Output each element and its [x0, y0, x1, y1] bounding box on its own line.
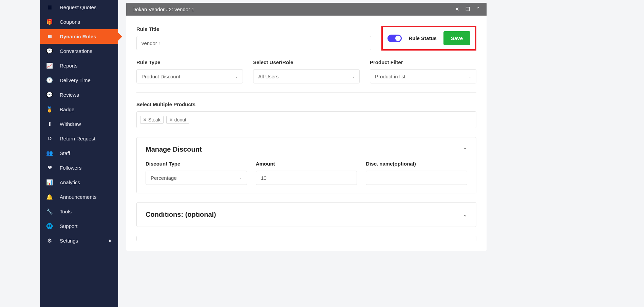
- product-filter-label: Product Filter: [370, 59, 476, 65]
- sidebar-item-label: Conversations: [60, 48, 92, 54]
- user-role-label: Select User/Role: [253, 59, 360, 65]
- list-icon: ≣: [46, 4, 53, 11]
- copy-icon[interactable]: ❐: [466, 6, 470, 12]
- discount-type-select[interactable]: Percentage ⌄: [146, 171, 247, 185]
- rule-type-select[interactable]: Product Discount ⌄: [136, 69, 243, 83]
- discount-name-input[interactable]: [366, 171, 467, 185]
- users-icon: 👥: [46, 150, 53, 156]
- rule-type-label: Rule Type: [136, 59, 243, 65]
- section-title: Conditions: (optional): [146, 211, 216, 218]
- sidebar-item-label: Badge: [60, 107, 74, 112]
- sidebar-item-label: Reports: [60, 63, 78, 69]
- user-role-select[interactable]: All Users ⌄: [253, 69, 360, 83]
- heart-icon: ❤: [46, 165, 53, 171]
- toggle-knob: [395, 36, 401, 41]
- globe-icon: 🌐: [46, 223, 53, 229]
- rule-title-input[interactable]: [136, 36, 371, 50]
- sidebar-item-conversations[interactable]: 💬 Conversations: [40, 44, 118, 58]
- chevron-up-icon[interactable]: ⌃: [476, 6, 480, 12]
- manage-discount-header[interactable]: Manage Discount ⌃: [146, 146, 467, 153]
- product-filter-select[interactable]: Product in list ⌄: [370, 69, 476, 83]
- sidebar-item-label: Analytics: [60, 179, 80, 185]
- sidebar-item-reports[interactable]: 📈 Reports: [40, 58, 118, 73]
- remove-tag-icon[interactable]: ✕: [143, 117, 147, 122]
- sidebar-item-label: Request Quotes: [60, 4, 96, 10]
- sidebar-item-reviews[interactable]: 💬 Reviews: [40, 88, 118, 102]
- discount-type-label: Discount Type: [146, 161, 247, 167]
- gift-icon: 🎁: [46, 19, 53, 25]
- manage-discount-section: Manage Discount ⌃ Discount Type Percenta…: [136, 137, 476, 193]
- products-label: Select Multiple Products: [136, 101, 476, 107]
- sidebar-item-withdraw[interactable]: ⬆ Withdraw: [40, 117, 118, 131]
- close-icon[interactable]: ✕: [455, 6, 459, 12]
- clock-icon: 🕐: [46, 77, 53, 83]
- chevron-down-icon: ⌄: [239, 176, 242, 180]
- sidebar-item-label: Tools: [60, 209, 72, 214]
- sidebar-item-dynamic-rules[interactable]: ≋ Dynamic Rules: [40, 29, 118, 44]
- undo-icon: ↺: [46, 135, 53, 142]
- chevron-up-icon: ⌃: [463, 147, 467, 152]
- sidebar-item-announcements[interactable]: 🔔 Announcements: [40, 190, 118, 204]
- conditions-section: Conditions: (optional) ⌄: [136, 202, 476, 227]
- remove-tag-icon[interactable]: ✕: [169, 117, 173, 122]
- sidebar-item-label: Delivery Time: [60, 77, 91, 83]
- next-section-peek: [136, 236, 476, 241]
- separator: [136, 92, 476, 93]
- chat-icon: 💬: [46, 48, 53, 54]
- panel-title: Dokan Vendor #2: vendor 1: [132, 6, 194, 12]
- rule-status-toggle[interactable]: [387, 35, 402, 42]
- sidebar-item-label: Support: [60, 223, 78, 229]
- chevron-down-icon: ⌄: [463, 212, 467, 217]
- sidebar-item-label: Followers: [60, 165, 81, 171]
- sidebar-item-return-request[interactable]: ↺ Return Request: [40, 131, 118, 146]
- section-title: Manage Discount: [146, 146, 202, 153]
- sidebar-item-analytics[interactable]: 📊 Analytics: [40, 175, 118, 190]
- rule-status-label: Rule Status: [409, 35, 437, 41]
- conditions-header[interactable]: Conditions: (optional) ⌄: [146, 211, 467, 218]
- product-filter-value: Product in list: [375, 74, 405, 79]
- layers-icon: ≋: [46, 33, 53, 40]
- main-content: Dokan Vendor #2: vendor 1 ✕ ❐ ⌃ Rule Tit…: [118, 0, 495, 307]
- status-save-highlight: Rule Status Save: [381, 26, 476, 51]
- sidebar-item-support[interactable]: 🌐 Support: [40, 219, 118, 233]
- sidebar-item-delivery-time[interactable]: 🕐 Delivery Time: [40, 73, 118, 88]
- rule-type-value: Product Discount: [141, 74, 180, 79]
- area-chart-icon: 📊: [46, 179, 53, 186]
- chevron-right-icon: ▶: [109, 239, 112, 243]
- sidebar-item-label: Return Request: [60, 136, 95, 141]
- sidebar-item-label: Withdraw: [60, 121, 81, 127]
- sidebar-item-request-quotes[interactable]: ≣ Request Quotes: [40, 0, 118, 15]
- sidebar-item-label: Reviews: [60, 92, 79, 98]
- chevron-down-icon: ⌄: [235, 75, 238, 78]
- chart-icon: 📈: [46, 62, 53, 69]
- wrench-icon: 🔧: [46, 208, 53, 215]
- sidebar-item-label: Dynamic Rules: [60, 34, 96, 39]
- upload-icon: ⬆: [46, 121, 53, 127]
- chevron-down-icon: ⌄: [352, 75, 355, 78]
- product-tag: ✕ donut: [166, 116, 189, 124]
- discount-type-value: Percentage: [151, 175, 177, 181]
- discount-name-label: Disc. name(optional): [366, 161, 467, 167]
- product-tag: ✕ Steak: [140, 116, 164, 124]
- rule-title-label: Rule Title: [136, 26, 371, 32]
- product-tag-label: Steak: [148, 117, 160, 122]
- sidebar-item-tools[interactable]: 🔧 Tools: [40, 204, 118, 219]
- products-multiselect[interactable]: ✕ Steak ✕ donut: [136, 111, 476, 128]
- bell-icon: 🔔: [46, 194, 53, 200]
- amount-input[interactable]: [256, 171, 357, 185]
- user-role-value: All Users: [258, 74, 279, 79]
- sidebar-item-badge[interactable]: 🏅 Badge: [40, 102, 118, 117]
- badge-icon: 🏅: [46, 106, 53, 113]
- sidebar-item-coupons[interactable]: 🎁 Coupons: [40, 15, 118, 29]
- gear-icon: ⚙: [46, 237, 53, 244]
- sidebar-item-settings[interactable]: ⚙ Settings ▶: [40, 233, 118, 248]
- sidebar-item-staff[interactable]: 👥 Staff: [40, 146, 118, 160]
- panel-header: Dokan Vendor #2: vendor 1 ✕ ❐ ⌃: [126, 3, 487, 16]
- amount-label: Amount: [256, 161, 357, 167]
- sidebar-item-label: Coupons: [60, 19, 80, 25]
- sidebar-item-label: Announcements: [60, 194, 96, 200]
- sidebar-item-label: Staff: [60, 150, 70, 156]
- save-button[interactable]: Save: [443, 31, 470, 45]
- sidebar-item-followers[interactable]: ❤ Followers: [40, 160, 118, 175]
- sidebar: ≣ Request Quotes 🎁 Coupons ≋ Dynamic Rul…: [40, 0, 118, 307]
